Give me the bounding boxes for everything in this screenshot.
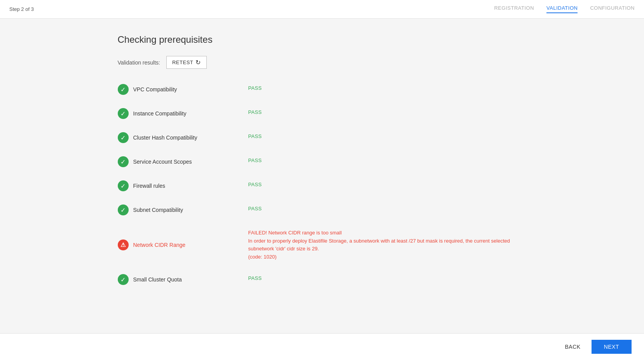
pass-text-service-account: PASS <box>248 157 262 163</box>
check-icon-service-account: ✓ <box>118 156 129 167</box>
check-result-col-network-cidr: FAILED! Network CIDR range is too smallI… <box>242 224 527 265</box>
check-result-col-firewall: PASS <box>242 176 527 196</box>
step-nav-item-validation: VALIDATION <box>546 5 578 13</box>
check-result-col-instance: PASS <box>242 104 527 123</box>
check-name-network-cidr: Network CIDR Range <box>133 242 186 248</box>
step-label: Step 2 of 3 <box>9 6 34 12</box>
check-row-service-account: ✓Service Account ScopesPASS <box>118 152 527 171</box>
fail-code-network-cidr: (code: 1020) <box>248 254 520 260</box>
page-title: Checking prerequisites <box>118 34 527 45</box>
check-name-small-cluster: Small Cluster Quota <box>133 276 182 283</box>
check-row-small-cluster: ✓Small Cluster QuotaPASS <box>118 270 527 289</box>
top-bar: Step 2 of 3 REGISTRATIONVALIDATIONCONFIG… <box>0 0 644 19</box>
step-nav-item-registration: REGISTRATION <box>494 5 534 13</box>
check-result-col-cluster-hash: PASS <box>242 128 527 147</box>
check-row-instance: ✓Instance CompatibilityPASS <box>118 104 527 123</box>
check-icon-vpc: ✓ <box>118 84 129 95</box>
pass-text-subnet: PASS <box>248 206 262 211</box>
check-icon-instance: ✓ <box>118 108 129 119</box>
retest-label: RETEST <box>172 59 193 65</box>
check-icon-subnet: ✓ <box>118 204 129 215</box>
pass-text-cluster-hash: PASS <box>248 133 262 139</box>
check-row-cluster-hash: ✓Cluster Hash CompatibilityPASS <box>118 128 527 147</box>
fail-result-network-cidr: FAILED! Network CIDR range is too smallI… <box>248 230 520 260</box>
pass-text-small-cluster: PASS <box>248 275 262 281</box>
check-label-col-cluster-hash: ✓Cluster Hash Compatibility <box>118 128 242 147</box>
retest-button[interactable]: RETEST ↻ <box>166 56 207 69</box>
step-nav-item-configuration: CONFIGURATION <box>590 5 635 13</box>
validation-header: Validation results: RETEST ↻ <box>118 56 527 69</box>
check-icon-network-cidr: ⚠ <box>118 239 129 250</box>
check-name-subnet: Subnet Compatibility <box>133 207 183 213</box>
check-label-col-service-account: ✓Service Account Scopes <box>118 152 242 171</box>
check-name-vpc: VPC Compatibility <box>133 86 177 93</box>
check-result-col-vpc: PASS <box>242 80 527 99</box>
check-label-col-small-cluster: ✓Small Cluster Quota <box>118 270 242 289</box>
check-label-col-network-cidr: ⚠Network CIDR Range <box>118 224 242 265</box>
pass-text-instance: PASS <box>248 109 262 115</box>
check-result-col-small-cluster: PASS <box>242 270 527 289</box>
check-label-col-subnet: ✓Subnet Compatibility <box>118 200 242 220</box>
check-name-cluster-hash: Cluster Hash Compatibility <box>133 135 197 141</box>
fail-desc-network-cidr: In order to properly deploy Elastifile S… <box>248 237 520 252</box>
check-row-vpc: ✓VPC CompatibilityPASS <box>118 80 527 99</box>
check-label-col-instance: ✓Instance Compatibility <box>118 104 242 123</box>
check-result-col-service-account: PASS <box>242 152 527 171</box>
step-nav: REGISTRATIONVALIDATIONCONFIGURATION <box>494 5 635 13</box>
check-row-network-cidr: ⚠Network CIDR RangeFAILED! Network CIDR … <box>118 224 527 265</box>
check-result-col-subnet: PASS <box>242 200 527 220</box>
pass-text-vpc: PASS <box>248 85 262 91</box>
check-icon-small-cluster: ✓ <box>118 274 129 285</box>
refresh-icon: ↻ <box>195 59 201 66</box>
pass-text-firewall: PASS <box>248 182 262 187</box>
check-row-firewall: ✓Firewall rulesPASS <box>118 176 527 196</box>
check-label-col-vpc: ✓VPC Compatibility <box>118 80 242 99</box>
checks-container: ✓VPC CompatibilityPASS✓Instance Compatib… <box>118 80 527 289</box>
main-content: Checking prerequisites Validation result… <box>108 19 536 333</box>
check-name-firewall: Firewall rules <box>133 183 165 189</box>
check-label-col-firewall: ✓Firewall rules <box>118 176 242 196</box>
validation-label: Validation results: <box>118 59 160 66</box>
check-name-instance: Instance Compatibility <box>133 110 187 117</box>
check-name-service-account: Service Account Scopes <box>133 159 192 165</box>
check-icon-firewall: ✓ <box>118 180 129 191</box>
check-row-subnet: ✓Subnet CompatibilityPASS <box>118 200 527 220</box>
fail-title-network-cidr: FAILED! Network CIDR range is too small <box>248 230 520 236</box>
check-icon-cluster-hash: ✓ <box>118 132 129 143</box>
